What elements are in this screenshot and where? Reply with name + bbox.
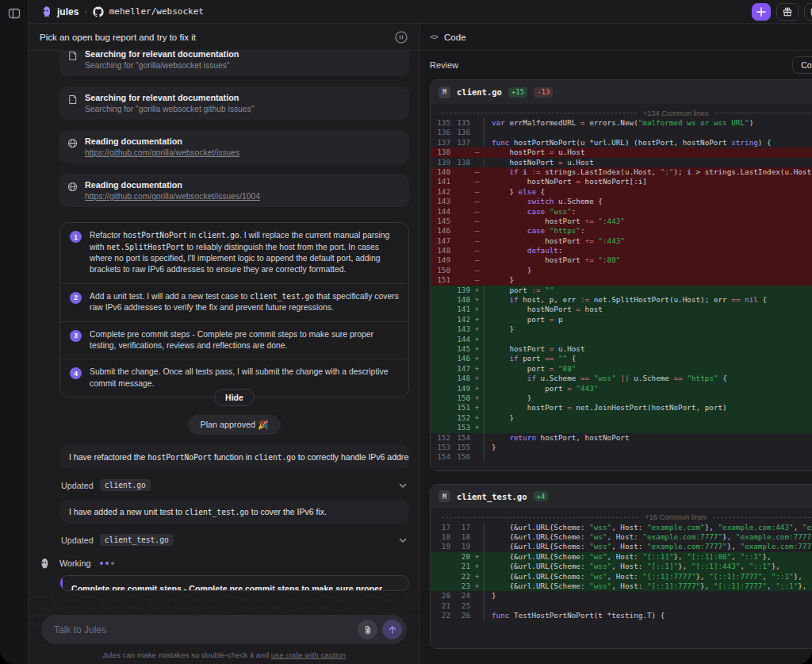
jules-brand[interactable]: jules — [40, 6, 79, 18]
gift-button[interactable] — [776, 3, 799, 21]
diff-row: 21+ {&url.URL{Scheme: "wss", Host: "[::1… — [431, 562, 812, 571]
diff-code: } else { — [484, 187, 812, 197]
activity-card[interactable]: Searching for relevant documentationSear… — [59, 51, 409, 76]
activity-body: Searching for relevant documentationSear… — [85, 93, 254, 113]
new-line-number: 20 — [450, 552, 470, 562]
new-line-number — [450, 187, 470, 197]
diff-marker: + — [470, 552, 484, 562]
new-line-number: 156 — [450, 452, 470, 462]
diff-row: 150+ } — [431, 393, 812, 403]
activity-card[interactable]: Reading documentationhttps://github.com/… — [59, 174, 409, 207]
plan-step-number: 3 — [70, 330, 82, 342]
chat-input[interactable] — [54, 624, 353, 635]
old-line-number — [431, 572, 450, 581]
diff-code: {&url.URL{Scheme: "wss", Host: "[::1]"},… — [484, 562, 812, 571]
diff-file-header[interactable]: Mclient.go+15-13 — [431, 80, 812, 104]
current-step-card: Complete pre commit steps - Complete pre… — [59, 575, 409, 591]
diff-row: 143+ } — [431, 324, 812, 334]
old-line-number — [431, 295, 450, 305]
diff-code: } — [484, 591, 812, 601]
new-line-number: 139 — [450, 286, 470, 295]
old-line-number — [431, 413, 450, 423]
old-line-number: 140 — [431, 167, 450, 177]
diff-code: {&url.URL{Scheme: "ws", Host: "[::1]:777… — [484, 572, 812, 581]
new-line-number — [450, 167, 470, 177]
diff-code: case "wss": — [484, 207, 812, 217]
old-line-number: 143 — [431, 197, 450, 206]
diff-body: +134 Common lines135135var errMalformedU… — [431, 104, 812, 470]
diff-marker — [470, 601, 484, 611]
updated-label: Updated — [61, 481, 94, 490]
activity-link[interactable]: https://github.com/gorilla/websocket/iss… — [85, 192, 260, 201]
new-line-number: 145 — [450, 344, 470, 354]
new-line-number: 137 — [450, 138, 470, 148]
chevron-down-icon[interactable] — [398, 481, 408, 490]
send-button[interactable] — [382, 620, 402, 639]
diff-code: switch u.Scheme { — [484, 197, 812, 206]
plan-step-number: 2 — [70, 292, 82, 304]
diff-row: 154156 — [431, 452, 812, 462]
old-line-number — [431, 403, 450, 413]
activity-title: Reading documentation — [85, 136, 239, 146]
diff-file-header[interactable]: Mclient_test.go+4 — [431, 485, 812, 509]
diff-marker: + — [470, 286, 484, 295]
diff-row: 143— switch u.Scheme { — [431, 197, 812, 206]
diff-marker — [470, 158, 484, 167]
diff-marker: — — [470, 275, 484, 285]
new-line-number: 23 — [450, 581, 470, 591]
diff-marker — [470, 611, 484, 620]
diff-row: 147+ port = "80" — [431, 364, 812, 374]
diff-marker: + — [470, 393, 484, 403]
updated-file-chip: client_test.go — [100, 534, 174, 546]
new-line-number — [450, 148, 470, 157]
old-line-number — [431, 393, 450, 403]
common-lines-separator: +134 Common lines — [431, 108, 812, 118]
breadcrumb-repo[interactable]: meheller/websocket — [109, 6, 204, 17]
pause-icon[interactable] — [394, 30, 408, 44]
old-line-number: 22 — [431, 611, 450, 620]
hide-plan-button[interactable]: Hide — [214, 389, 255, 406]
diff-row: 147— hostPort += ":443" — [431, 236, 812, 246]
diff-row: 2226func TestHostPortNoPort(t *testing.T… — [431, 611, 812, 620]
new-line-number: 149 — [450, 384, 470, 393]
diff-file-card: Mclient_test.go+4+16 Common lines1717 {&… — [430, 484, 812, 649]
updated-file-row[interactable]: Updatedclient.go — [61, 479, 408, 491]
feedback-button[interactable]: Feedback — [804, 3, 812, 21]
diff-marker — [470, 542, 484, 551]
collapse-all-button[interactable]: Collapse all — [792, 56, 812, 74]
diff-marker — [470, 452, 484, 462]
diff-marker — [470, 433, 484, 443]
sidebar-toggle-icon[interactable] — [7, 6, 21, 21]
new-task-button[interactable] — [752, 3, 771, 21]
activity-subtitle: Searching for "gorilla/websocket issues" — [85, 61, 239, 70]
diff-row: 136136 — [431, 128, 812, 137]
diff-marker: — — [470, 167, 484, 177]
plan-step: 2Add a unit test. I will add a new test … — [60, 283, 408, 321]
old-line-number: 137 — [431, 138, 450, 148]
attach-button[interactable] — [358, 620, 377, 639]
new-line-number: 155 — [450, 443, 470, 452]
activity-title: Searching for relevant documentation — [85, 93, 254, 102]
activity-card[interactable]: Reading documentationhttps://github.com/… — [59, 130, 409, 163]
plan-step-number: 4 — [70, 367, 82, 379]
agent-message: I have refactored the hostPortNoPort fun… — [59, 445, 409, 469]
brand-name: jules — [57, 6, 79, 17]
diff-row: 150— } — [431, 266, 812, 275]
diff-row: 141+ hostNoPort = host — [431, 305, 812, 314]
new-line-number: 22 — [450, 572, 470, 581]
jules-logo-icon — [40, 6, 52, 18]
diff-file-card: Mclient.go+15-13+134 Common lines135135v… — [430, 79, 812, 471]
diff-marker: — — [470, 148, 484, 157]
new-line-number: 136 — [450, 128, 470, 137]
disclaimer-link[interactable]: use code with caution — [271, 651, 346, 659]
activity-link[interactable]: https://github.com/gorilla/websocket/iss… — [85, 148, 239, 157]
diff-code: hostPort += ":443" — [484, 236, 812, 246]
diff-code: hostPort = net.JoinHostPort(hostNoPort, … — [484, 403, 812, 413]
updated-file-row[interactable]: Updatedclient_test.go — [61, 534, 408, 546]
diff-marker: + — [470, 315, 484, 324]
old-line-number — [431, 305, 450, 314]
diff-marker: + — [470, 403, 484, 413]
activity-card[interactable]: Searching for relevant documentationSear… — [59, 86, 409, 120]
chevron-down-icon[interactable] — [398, 535, 408, 545]
diff-marker: — — [470, 217, 484, 226]
